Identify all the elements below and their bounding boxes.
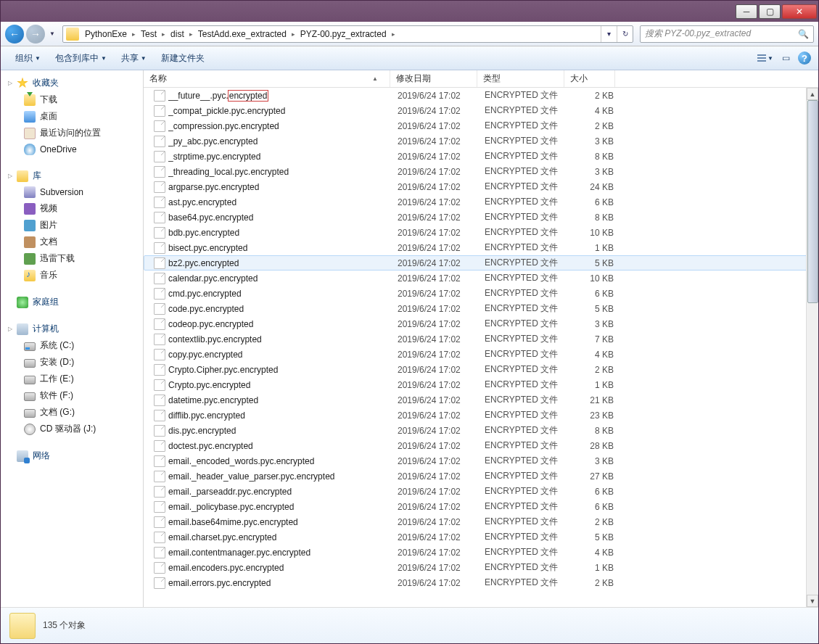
drive-icon — [24, 424, 36, 435]
file-row[interactable]: Crypto.pyc.encrypted2019/6/24 17:02ENCRY… — [144, 377, 818, 392]
sidebar-computer-header[interactable]: ▷计算机 — [1, 321, 143, 337]
scroll-thumb[interactable] — [807, 100, 818, 303]
breadcrumb-separator[interactable]: ▸ — [130, 30, 138, 38]
breadcrumb-segment[interactable]: PythonExe — [82, 29, 130, 39]
sidebar-item-sub[interactable]: Subversion — [1, 184, 143, 200]
file-row[interactable]: contextlib.pyc.encrypted2019/6/24 17:02E… — [144, 331, 818, 347]
file-row[interactable]: _compat_pickle.pyc.encrypted2019/6/24 17… — [144, 103, 818, 118]
navigation-pane[interactable]: ▷收藏夹 下载桌面最近访问的位置OneDrive ▷库 Subversion视频… — [1, 70, 144, 607]
file-row[interactable]: bisect.pyc.encrypted2019/6/24 17:02ENCRY… — [144, 240, 818, 255]
sidebar-drive-f[interactable]: 软件 (F:) — [1, 387, 143, 404]
breadcrumb-segment[interactable]: Test — [138, 29, 160, 39]
include-library-menu[interactable]: 包含到库中▼ — [48, 52, 114, 65]
file-row[interactable]: email._parseaddr.pyc.encrypted2019/6/24 … — [144, 484, 818, 499]
sidebar-drive-g[interactable]: 文档 (G:) — [1, 404, 143, 421]
file-row[interactable]: email.contentmanager.pyc.encrypted2019/6… — [144, 545, 818, 560]
sidebar-item-dl[interactable]: 下载 — [1, 91, 143, 108]
search-input[interactable]: 搜索 PYZ-00.pyz_extracted 🔍 — [640, 25, 814, 43]
file-row[interactable]: Crypto.Cipher.pyc.encrypted2019/6/24 17:… — [144, 362, 818, 377]
breadcrumb-separator[interactable]: ▸ — [289, 30, 297, 38]
sidebar-homegroup[interactable]: ▷家庭组 — [1, 294, 143, 310]
preview-pane-button[interactable]: ▭ — [778, 50, 794, 66]
file-row[interactable]: email._header_value_parser.pyc.encrypted… — [144, 468, 818, 484]
sidebar-item-xl[interactable]: 迅雷下载 — [1, 250, 143, 267]
file-row[interactable]: difflib.pyc.encrypted2019/6/24 17:02ENCR… — [144, 408, 818, 423]
file-row[interactable]: email.encoders.pyc.encrypted2019/6/24 17… — [144, 560, 818, 575]
file-type: ENCRYPTED 文件 — [485, 150, 572, 162]
file-row[interactable]: email._policybase.pyc.encrypted2019/6/24… — [144, 499, 818, 514]
file-row[interactable]: _threading_local.pyc.encrypted2019/6/24 … — [144, 164, 818, 179]
file-row[interactable]: argparse.pyc.encrypted2019/6/24 17:02ENC… — [144, 179, 818, 194]
breadcrumb-segment[interactable]: dist — [168, 29, 187, 39]
scroll-down-button[interactable]: ▼ — [807, 595, 818, 607]
file-row[interactable]: cmd.pyc.encrypted2019/6/24 17:02ENCRYPTE… — [144, 286, 818, 301]
forward-button[interactable]: → — [26, 25, 45, 44]
file-type: ENCRYPTED 文件 — [485, 470, 572, 482]
address-dropdown[interactable]: ▾ — [601, 26, 617, 42]
refresh-button[interactable]: ↻ — [617, 26, 633, 42]
file-row[interactable]: email.base64mime.pyc.encrypted2019/6/24 … — [144, 514, 818, 529]
sidebar-drive-d[interactable]: 安装 (D:) — [1, 354, 143, 371]
back-button[interactable]: ← — [5, 25, 24, 44]
file-row[interactable]: bdb.pyc.encrypted2019/6/24 17:02ENCRYPTE… — [144, 225, 818, 240]
file-list[interactable]: __future__.pyc.encrypted2019/6/24 17:02E… — [144, 88, 818, 607]
file-name: email._parseaddr.pyc.encrypted — [168, 487, 398, 497]
file-row[interactable]: _compression.pyc.encrypted2019/6/24 17:0… — [144, 118, 818, 133]
file-size: 2 KB — [572, 121, 618, 131]
share-menu[interactable]: 共享▼ — [114, 52, 154, 65]
address-bar[interactable]: PythonExe▸Test▸dist▸TestAdd.exe_extracte… — [62, 25, 633, 43]
titlebar[interactable]: ─ ▢ ✕ — [1, 1, 818, 22]
file-row[interactable]: codeop.pyc.encrypted2019/6/24 17:02ENCRY… — [144, 316, 818, 331]
sidebar-network[interactable]: ▷网络 — [1, 447, 143, 464]
sidebar-item-mus[interactable]: 音乐 — [1, 267, 143, 284]
file-row[interactable]: ast.pyc.encrypted2019/6/24 17:02ENCRYPTE… — [144, 194, 818, 210]
file-row[interactable]: _strptime.pyc.encrypted2019/6/24 17:02EN… — [144, 149, 818, 164]
help-button[interactable]: ? — [798, 51, 811, 65]
file-row[interactable]: code.pyc.encrypted2019/6/24 17:02ENCRYPT… — [144, 301, 818, 316]
file-row[interactable]: copy.pyc.encrypted2019/6/24 17:02ENCRYPT… — [144, 347, 818, 362]
file-row[interactable]: email.errors.pyc.encrypted2019/6/24 17:0… — [144, 575, 818, 590]
sidebar-favorites-header[interactable]: ▷收藏夹 — [1, 75, 143, 91]
breadcrumb-separator[interactable]: ▸ — [160, 30, 168, 38]
sidebar-library-header[interactable]: ▷库 — [1, 168, 143, 184]
sidebar-item-recent[interactable]: 最近访问的位置 — [1, 125, 143, 141]
organize-menu[interactable]: 组织▼ — [8, 52, 48, 65]
file-row[interactable]: base64.pyc.encrypted2019/6/24 17:02ENCRY… — [144, 210, 818, 225]
file-row[interactable]: calendar.pyc.encrypted2019/6/24 17:02ENC… — [144, 271, 818, 286]
file-icon — [154, 501, 165, 513]
column-type-header[interactable]: 类型 — [477, 70, 564, 87]
sidebar-item-doc[interactable]: 文档 — [1, 234, 143, 250]
sidebar-drive-e[interactable]: 工作 (E:) — [1, 371, 143, 387]
file-name: copy.pyc.encrypted — [168, 350, 398, 360]
new-folder-button[interactable]: 新建文件夹 — [154, 52, 212, 65]
column-size-header[interactable]: 大小 — [564, 70, 615, 87]
breadcrumb-segment[interactable]: PYZ-00.pyz_extracted — [297, 29, 390, 39]
sidebar-drive-j[interactable]: CD 驱动器 (J:) — [1, 421, 143, 437]
column-date-header[interactable]: 修改日期 — [390, 70, 477, 87]
sidebar-item-onedrive[interactable]: OneDrive — [1, 141, 143, 157]
file-row[interactable]: datetime.pyc.encrypted2019/6/24 17:02ENC… — [144, 392, 818, 408]
file-row[interactable]: email._encoded_words.pyc.encrypted2019/6… — [144, 453, 818, 468]
breadcrumb[interactable]: PythonExe▸Test▸dist▸TestAdd.exe_extracte… — [82, 29, 398, 39]
sidebar-drive-c[interactable]: 系统 (C:) — [1, 337, 143, 354]
column-name-header[interactable]: 名称▲ — [144, 70, 390, 87]
minimize-button[interactable]: ─ — [736, 4, 757, 19]
breadcrumb-separator[interactable]: ▸ — [187, 30, 195, 38]
sidebar-item-pic[interactable]: 图片 — [1, 217, 143, 234]
file-row[interactable]: dis.pyc.encrypted2019/6/24 17:02ENCRYPTE… — [144, 423, 818, 438]
file-row[interactable]: doctest.pyc.encrypted2019/6/24 17:02ENCR… — [144, 438, 818, 453]
view-options-button[interactable]: ▼ — [757, 50, 773, 66]
scroll-up-button[interactable]: ▲ — [807, 88, 818, 100]
file-row[interactable]: __future__.pyc.encrypted2019/6/24 17:02E… — [144, 88, 818, 103]
file-row[interactable]: email.charset.pyc.encrypted2019/6/24 17:… — [144, 529, 818, 545]
close-button[interactable]: ✕ — [782, 4, 817, 19]
breadcrumb-segment[interactable]: TestAdd.exe_extracted — [195, 29, 289, 39]
sidebar-item-desk[interactable]: 桌面 — [1, 108, 143, 125]
file-row[interactable]: _py_abc.pyc.encrypted2019/6/24 17:02ENCR… — [144, 133, 818, 149]
vertical-scrollbar[interactable]: ▲ ▼ — [806, 88, 818, 607]
file-row[interactable]: bz2.pyc.encrypted2019/6/24 17:02ENCRYPTE… — [144, 255, 818, 271]
maximize-button[interactable]: ▢ — [759, 4, 781, 19]
history-dropdown[interactable]: ▼ — [47, 26, 57, 42]
breadcrumb-separator[interactable]: ▸ — [390, 30, 398, 38]
sidebar-item-vid[interactable]: 视频 — [1, 200, 143, 217]
